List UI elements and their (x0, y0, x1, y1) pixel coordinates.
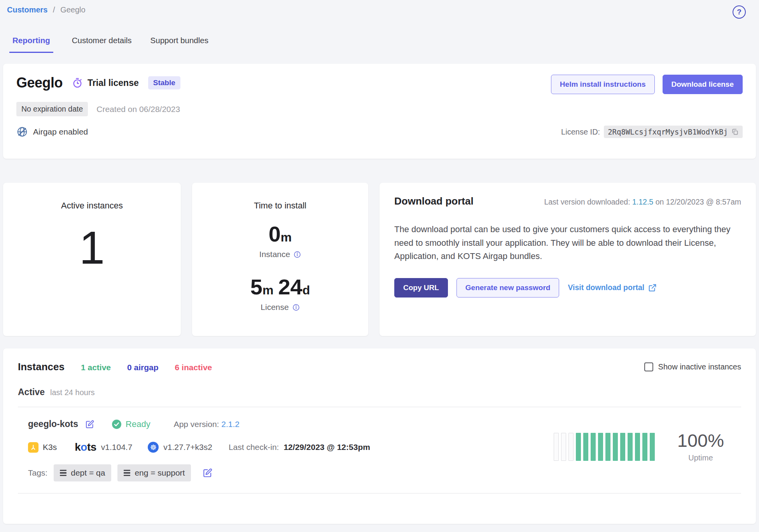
instance-name: geeglo-kots (28, 419, 78, 429)
breadcrumb: Customers / Geeglo (7, 5, 86, 14)
active-instances-card: Active instances 1 (3, 183, 181, 336)
instances-title: Instances (18, 361, 65, 373)
ready-check-icon (112, 419, 122, 429)
channel-badge: Stable (148, 76, 180, 89)
expiration-badge: No expiration date (16, 102, 88, 116)
tag-pill: dept = qa (54, 464, 111, 481)
time-to-install-card: Time to install 0m Instance 5m24d (192, 183, 368, 336)
uptime-bar (628, 433, 633, 461)
uptime-bar (591, 433, 596, 461)
copy-url-button[interactable]: Copy URL (394, 278, 448, 298)
created-date: Created on 06/28/2023 (96, 105, 180, 114)
show-inactive-checkbox[interactable] (644, 362, 653, 371)
tab-customer-details[interactable]: Customer details (72, 36, 132, 53)
edit-tags-icon[interactable] (203, 468, 213, 478)
instance-time-unit: m (281, 230, 292, 244)
download-license-button[interactable]: Download license (663, 75, 743, 94)
last-version-label: Last version downloaded: (544, 198, 630, 206)
uptime-bar (561, 433, 566, 461)
uptime-bar (568, 433, 574, 461)
visit-download-portal-label: Visit download portal (568, 283, 644, 292)
tag-pill: eng = support (117, 464, 191, 481)
last-version-downloaded: Last version downloaded: 1.12.5 on 12/20… (544, 198, 741, 206)
active-section-timeframe: last 24 hours (50, 388, 95, 397)
download-portal-title: Download portal (394, 195, 474, 207)
uptime-bar (605, 433, 610, 461)
license-time-label: License (261, 303, 289, 312)
trial-timer-icon (72, 77, 83, 88)
uptime-bar (613, 433, 618, 461)
inactive-count: 6 inactive (175, 363, 212, 372)
breadcrumb-customers-link[interactable]: Customers (7, 5, 47, 14)
uptime-bar (576, 433, 581, 461)
copy-license-id-icon[interactable] (731, 128, 739, 136)
instance-time-value: 0 (269, 222, 281, 246)
instance-time-info-icon[interactable] (294, 251, 301, 258)
uptime-bar (598, 433, 603, 461)
instance-row: geeglo-kots Ready (18, 407, 741, 493)
uptime-bar (554, 433, 559, 461)
license-id-value: 2Rq8WLcsjfxqrMysjvB1WodYkBj (608, 128, 728, 136)
active-instances-title: Active instances (61, 201, 123, 211)
external-link-icon (648, 284, 657, 292)
kubernetes-icon: ☸ (148, 442, 159, 453)
show-inactive-toggle[interactable]: Show inactive instances (644, 362, 741, 371)
visit-download-portal-link[interactable]: Visit download portal (568, 283, 657, 292)
last-checkin-value: 12/29/2023 @ 12:53pm (283, 443, 370, 452)
instance-install-time: 0m (269, 223, 292, 245)
uptime-widget: 100% Uptime (554, 431, 724, 462)
uptime-bars (554, 433, 655, 461)
show-inactive-label: Show inactive instances (658, 362, 741, 371)
license-card: Geeglo Trial license Stable Helm install… (3, 64, 756, 159)
tab-support-bundles[interactable]: Support bundles (150, 36, 208, 53)
uptime-bar (583, 433, 588, 461)
instances-card: Instances 1 active 0 airgap 6 inactive S… (3, 348, 756, 524)
license-id-label: License ID: (561, 128, 600, 136)
generate-new-password-button[interactable]: Generate new password (456, 278, 560, 298)
uptime-label: Uptime (677, 453, 724, 462)
time-to-install-title: Time to install (254, 201, 306, 211)
license-time-value-1: 5 (250, 275, 262, 299)
app-version-label: App version: (174, 420, 219, 429)
tag-icon (124, 470, 130, 476)
app-version-link[interactable]: 2.1.2 (221, 420, 240, 429)
breadcrumb-separator: / (53, 5, 55, 14)
tab-reporting[interactable]: Reporting (9, 36, 53, 53)
divider (18, 493, 741, 494)
customer-reporting-page: Customers / Geeglo ? Reporting Customer … (0, 0, 759, 532)
last-version-date: on 12/20/2023 @ 8:57am (656, 198, 741, 206)
license-time-unit-2: d (303, 283, 310, 297)
airgap-globe-icon (16, 126, 28, 138)
distro-name: K3s (43, 443, 57, 452)
help-icon[interactable]: ? (733, 5, 746, 19)
active-instances-value: 1 (79, 225, 105, 271)
customer-name: Geeglo (16, 75, 63, 91)
instance-time-label: Instance (259, 250, 290, 259)
license-time-unit-1: m (262, 283, 273, 297)
helm-install-instructions-button[interactable]: Helm install instructions (551, 75, 655, 94)
license-type-label: Trial license (87, 78, 139, 88)
last-checkin-label: Last check-in: (229, 443, 279, 452)
active-section-label: Active (18, 387, 45, 397)
stats-row: Active instances 1 Time to install 0m In… (3, 183, 756, 336)
license-install-time: 5m24d (250, 276, 310, 298)
tab-bar: Reporting Customer details Support bundl… (12, 36, 756, 53)
kots-version: v1.104.7 (101, 443, 133, 452)
download-portal-card: Download portal Last version downloaded:… (380, 183, 756, 336)
edit-instance-name-icon[interactable] (85, 420, 94, 429)
instance-status: Ready (126, 419, 150, 429)
k8s-version: v1.27.7+k3s2 (163, 443, 212, 452)
tags-list: dept = qaeng = support (54, 464, 191, 481)
download-portal-description: The download portal can be used to give … (394, 223, 741, 263)
top-bar: Customers / Geeglo ? (3, 0, 756, 19)
k3s-icon (28, 442, 38, 453)
license-time-value-2: 24 (278, 275, 302, 299)
kots-logo: kots (75, 441, 96, 453)
license-time-info-icon[interactable] (292, 304, 300, 311)
airgap-count: 0 airgap (127, 363, 159, 372)
last-version-link[interactable]: 1.12.5 (632, 198, 653, 206)
uptime-bar (650, 433, 655, 461)
tags-label: Tags: (28, 468, 47, 478)
tag-icon (60, 470, 66, 476)
uptime-bar (635, 433, 640, 461)
